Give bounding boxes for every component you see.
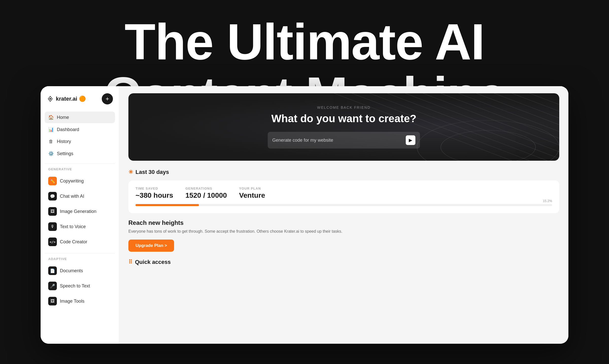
nav-item-speech-to-text[interactable]: 🎤 Speech to Text: [45, 279, 115, 293]
stats-section-icon: ✳: [128, 169, 133, 175]
copywriting-icon: ✏️: [48, 177, 57, 185]
hero-banner: Welcome Back Friend What do you want to …: [128, 93, 559, 161]
nav-item-text-to-voice[interactable]: 🎙 Text to Voice: [45, 219, 115, 234]
nav-item-documents[interactable]: 📄 Documents: [45, 263, 115, 278]
quick-access-title: ⠿ Quick access: [128, 259, 559, 265]
upgrade-button[interactable]: Upgrade Plan >: [128, 240, 174, 252]
history-icon: 🗑: [48, 139, 54, 144]
stat-generations: Generations 1520 / 10000: [185, 187, 227, 199]
svg-point-13: [417, 120, 559, 161]
hero-title: What do you want to create?: [139, 113, 549, 125]
progress-bar-container: 15.2%: [136, 204, 552, 206]
stat-plan-value: Venture: [239, 191, 265, 199]
hero-search-send[interactable]: ▶: [406, 135, 415, 145]
settings-icon: ⚙️: [48, 151, 54, 156]
main-content: Welcome Back Friend What do you want to …: [119, 86, 568, 344]
svg-line-12: [530, 93, 559, 161]
svg-line-9: [494, 93, 559, 161]
dashboard-icon: 📊: [48, 127, 54, 132]
stat-time-saved: Time Saved ~380 hours: [136, 187, 173, 199]
nav-item-home[interactable]: 🏠 Home: [45, 112, 115, 123]
nav-item-copywriting[interactable]: ✏️ Copywriting: [45, 174, 115, 188]
upsell-text: Everyone has tons of work to get through…: [128, 228, 559, 234]
nav-item-chat-with-ai[interactable]: 💬 Chat with AI: [45, 189, 115, 204]
app-card: krater.ai 🟠 + 🏠 Home 📊 Dashboard 🗑 Histo…: [41, 86, 568, 344]
nav-item-image-generation[interactable]: 🖼 Image Generation: [45, 204, 115, 219]
speech-icon: 🎤: [48, 282, 57, 290]
upsell-section: Reach new heights Everyone has tons of w…: [128, 219, 559, 252]
sidebar: krater.ai 🟠 + 🏠 Home 📊 Dashboard 🗑 Histo…: [41, 86, 119, 344]
nav-item-code-creator[interactable]: </> Code Creator: [45, 234, 115, 249]
svg-line-7: [459, 93, 559, 161]
generative-nav: ✏️ Copywriting 💬 Chat with AI 🖼 Image Ge…: [45, 174, 115, 250]
adaptive-nav: 📄 Documents 🎤 Speech to Text 🖼 Image Too…: [45, 263, 115, 309]
nav-divider-1: [45, 163, 115, 164]
logo: krater.ai 🟠: [47, 95, 86, 102]
svg-point-14: [441, 130, 536, 161]
add-button[interactable]: +: [102, 93, 113, 104]
section-generative-label: Generative: [45, 167, 115, 171]
stats-card: Time Saved ~380 hours Generations 1520 /…: [128, 180, 559, 213]
upsell-title: Reach new heights: [128, 219, 559, 226]
progress-bar-fill: [136, 204, 199, 206]
nav-divider-2: [45, 253, 115, 253]
hero-subtitle: Welcome Back Friend: [139, 105, 549, 110]
nav-item-dashboard[interactable]: 📊 Dashboard: [45, 124, 115, 135]
sidebar-header: krater.ai 🟠 +: [45, 93, 115, 104]
code-icon: </>: [48, 238, 57, 246]
image-tools-icon: 🖼: [48, 297, 57, 305]
progress-label: 15.2%: [543, 199, 552, 203]
logo-text: krater.ai 🟠: [56, 96, 86, 102]
stats-section-title: ✳ Last 30 days: [128, 169, 559, 175]
nav-item-image-tools[interactable]: 🖼 Image Tools: [45, 294, 115, 308]
home-icon: 🏠: [48, 115, 54, 120]
nav-item-history[interactable]: 🗑 History: [45, 136, 115, 147]
text-voice-icon: 🎙: [48, 222, 57, 231]
svg-line-4: [405, 93, 559, 161]
stat-generations-label: Generations: [185, 187, 227, 190]
nav-item-settings[interactable]: ⚙️ Settings: [45, 148, 115, 159]
hero-search-bar: ▶: [268, 132, 420, 149]
main-nav: 🏠 Home 📊 Dashboard 🗑 History ⚙️ Settings: [45, 112, 115, 160]
stats-row: Time Saved ~380 hours Generations 1520 /…: [136, 187, 552, 199]
logo-icon: [47, 95, 54, 102]
chat-icon: 💬: [48, 192, 57, 201]
stat-time-saved-label: Time Saved: [136, 187, 173, 190]
hero-search-input[interactable]: [272, 138, 406, 143]
hero-decoration: [322, 93, 559, 161]
section-adaptive-label: Adaptive: [45, 257, 115, 261]
svg-point-0: [49, 98, 51, 100]
stat-time-saved-value: ~380 hours: [136, 191, 173, 199]
stat-generations-value: 1520 / 10000: [185, 191, 227, 199]
documents-icon: 📄: [48, 266, 57, 275]
stat-plan-label: Your Plan: [239, 187, 265, 190]
quick-access-icon: ⠿: [128, 259, 132, 265]
image-gen-icon: 🖼: [48, 207, 57, 216]
svg-line-8: [476, 93, 559, 161]
svg-line-3: [387, 93, 559, 161]
headline-line1: The Ultimate AI: [0, 15, 609, 68]
stat-plan: Your Plan Venture: [239, 187, 265, 199]
